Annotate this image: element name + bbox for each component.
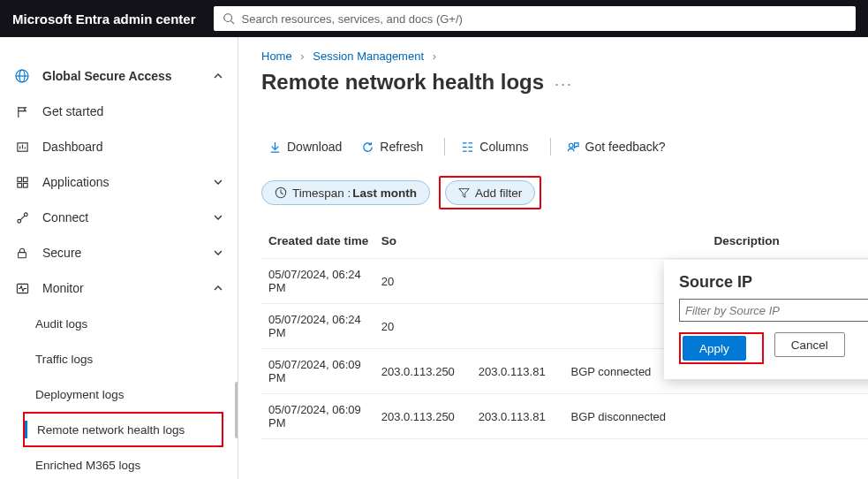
chevron-right-icon: › [300,49,304,63]
columns-button[interactable]: Columns [454,133,535,161]
svg-rect-12 [17,183,21,187]
apply-highlight: Apply [679,332,764,364]
col-description[interactable]: Description [564,225,868,259]
svg-rect-17 [19,252,26,257]
col-source-ip[interactable]: So [374,225,472,259]
chevron-down-icon [213,212,223,223]
sidebar-item-dashboard[interactable]: Dashboard [0,129,238,164]
cancel-button[interactable]: Cancel [774,332,845,357]
flag-icon [14,103,30,119]
lock-icon [14,245,30,261]
table-row[interactable]: 05/07/2024, 06:09 PM203.0.113.250203.0.1… [261,394,868,439]
chevron-right-icon: › [433,49,436,63]
popover-title: Source IP [679,273,868,292]
refresh-button[interactable]: Refresh [354,133,430,161]
sidebar-item-monitor[interactable]: Monitor [0,270,238,306]
pulse-icon [14,280,30,296]
add-filter-button[interactable]: Add filter [445,180,535,205]
columns-icon [461,141,474,153]
sidebar-item-deployment-logs[interactable]: Deployment logs [35,376,238,412]
timespan-filter-pill[interactable]: Timespan : Last month [261,180,430,205]
sidebar-section-label: Global Secure Access [42,69,213,83]
chevron-up-icon [213,283,223,293]
apply-button[interactable]: Apply [683,336,746,361]
svg-point-27 [569,143,573,148]
col-dest-ip[interactable] [472,225,564,259]
svg-line-1 [230,21,234,25]
add-filter-highlight: Add filter [439,176,541,209]
sidebar-section-gsa[interactable]: Global Secure Access [0,58,238,94]
svg-rect-11 [23,177,27,181]
sidebar-item-audit-logs[interactable]: Audit logs [35,306,238,341]
chart-icon [14,139,30,155]
col-created[interactable]: Created date time [261,225,374,259]
svg-rect-13 [23,183,27,187]
feedback-button[interactable]: Got feedback? [560,133,673,161]
sidebar-item-get-started[interactable]: Get started [0,94,238,129]
clock-icon [275,186,287,199]
sidebar-item-connect[interactable]: Connect [0,200,238,235]
source-ip-filter-popover: Source IP Apply Cancel [664,260,868,379]
sidebar-item-applications[interactable]: Applications [0,164,238,200]
sidebar-item-secure[interactable]: Secure [0,235,238,270]
chevron-down-icon [213,247,223,258]
chevron-up-icon [213,71,223,81]
main-content: Home › Session Management › Remote netwo… [238,37,868,479]
filter-icon [458,187,470,199]
svg-point-0 [223,14,231,22]
page-title: Remote network health logs [261,70,544,95]
toolbar: Download Refresh Columns Got feedback? [261,130,868,163]
svg-rect-10 [17,177,21,181]
feedback-icon [567,141,580,154]
svg-marker-29 [459,188,469,197]
breadcrumb-home[interactable]: Home [261,49,292,63]
toolbar-separator [550,138,551,156]
globe-icon [14,68,30,84]
download-icon [268,141,282,154]
connect-icon [14,209,30,225]
svg-line-16 [20,216,25,220]
chevron-down-icon [213,177,223,187]
refresh-icon [361,141,374,154]
top-bar: Microsoft Entra admin center Search reso… [0,0,868,37]
global-search-input[interactable]: Search resources, services, and docs (G+… [214,6,856,31]
table-header-row: Created date time So Description [261,225,868,259]
breadcrumb: Home › Session Management › [261,49,868,63]
download-button[interactable]: Download [261,133,349,161]
search-icon [223,12,235,25]
filter-bar: Timespan : Last month Add filter [261,176,868,209]
toolbar-separator [444,138,445,156]
sidebar-item-traffic-logs[interactable]: Traffic logs [35,341,238,376]
apps-icon [14,174,30,190]
sidebar-item-remote-network-health-logs[interactable]: Remote network health logs [23,412,223,447]
breadcrumb-parent[interactable]: Session Management [313,49,424,63]
more-actions-icon[interactable]: ··· [555,75,573,94]
search-placeholder: Search resources, services, and docs (G+… [242,12,463,26]
sidebar-item-enriched-m365-logs[interactable]: Enriched M365 logs [35,447,238,479]
brand-title: Microsoft Entra admin center [12,11,196,27]
sidebar-nav: Global Secure Access Get started Dashboa… [0,37,238,479]
source-ip-filter-input[interactable] [679,299,868,322]
active-indicator [25,421,27,438]
